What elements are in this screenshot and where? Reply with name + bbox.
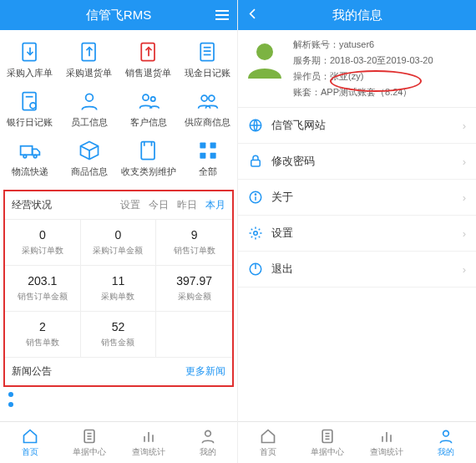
tab-stats[interactable]: 查询统计: [119, 422, 178, 463]
tab-orders[interactable]: 单据中心: [297, 422, 357, 463]
grid-item-supplier-info[interactable]: 供应商信息: [178, 84, 237, 134]
menu-label: 退出: [271, 262, 454, 277]
menu-label: 信管飞网站: [271, 118, 454, 133]
grid-label: 物流快递: [12, 165, 48, 178]
chevron-right-icon: ›: [463, 263, 466, 276]
left-header: 信管飞RMS: [0, 0, 237, 30]
grid-item-cash-journal[interactable]: 现金日记账: [178, 35, 237, 84]
svg-point-37: [256, 43, 273, 60]
status-month-link[interactable]: 本月: [205, 198, 225, 212]
stat-cell: 397.97采购金额: [156, 266, 232, 312]
grid-item-logistics[interactable]: 物流快递: [0, 134, 59, 183]
left-title: 信管飞RMS: [86, 8, 151, 23]
news-bullet: [8, 392, 13, 397]
tab-label: 首页: [260, 446, 276, 458]
svg-rect-22: [141, 142, 154, 160]
right-title: 我的信息: [332, 8, 382, 23]
tab-stats[interactable]: 查询统计: [357, 422, 417, 463]
chevron-right-icon: ›: [463, 191, 466, 204]
status-today-link[interactable]: 今日: [149, 198, 169, 212]
stat-label: 采购单数: [84, 291, 153, 303]
grid-item-product-info[interactable]: 商品信息: [59, 134, 119, 183]
tab-label: 首页: [22, 446, 38, 458]
grid-item-customer-info[interactable]: 客户信息: [119, 84, 178, 134]
tab-label: 单据中心: [73, 446, 106, 458]
stat-value: 397.97: [160, 274, 229, 287]
grid-item-purchase-in[interactable]: 采购入库单: [0, 35, 59, 84]
svg-rect-39: [251, 160, 261, 167]
profile-block: 解析账号：yatuser6 服务期：2018-03-20至2019-03-20 …: [238, 30, 476, 107]
news-more-link[interactable]: 更多新闻: [185, 364, 225, 379]
grid-label: 员工信息: [71, 116, 108, 129]
svg-rect-10: [23, 93, 36, 110]
svg-point-19: [23, 155, 27, 158]
grid-label: 收支类别维护: [121, 165, 176, 178]
stat-cell: 0采购订单金额: [81, 220, 157, 266]
stat-value: 9: [160, 228, 229, 242]
svg-point-13: [85, 94, 93, 101]
svg-rect-18: [20, 146, 32, 155]
tab-orders[interactable]: 单据中心: [59, 422, 119, 463]
svg-rect-28: [210, 153, 215, 159]
menu-item-change-password[interactable]: 修改密码›: [238, 144, 476, 180]
menu-item-website[interactable]: 信管飞网站›: [238, 108, 476, 144]
stat-value: 52: [84, 320, 153, 333]
stat-label: 销售订单数: [160, 245, 229, 257]
stat-label: 采购订单数: [8, 245, 77, 257]
stat-label: 销售单数: [8, 337, 77, 349]
menu-item-about[interactable]: 关于›: [238, 180, 476, 216]
stat-value: 203.1: [8, 274, 77, 287]
stat-cell: 203.1销售订单金额: [5, 266, 81, 312]
stat-cell: [156, 312, 232, 358]
chevron-right-icon: ›: [463, 155, 466, 168]
grid-label: 采购退货单: [66, 67, 112, 79]
grid-item-category-maint[interactable]: 收支类别维护: [119, 134, 178, 183]
svg-point-42: [255, 194, 256, 195]
tab-mine[interactable]: 我的: [417, 422, 476, 463]
svg-point-14: [143, 94, 149, 100]
tab-label: 单据中心: [311, 446, 344, 458]
book-line: 账套：APP测试账套（8.24）: [293, 86, 469, 99]
tab-label: 查询统计: [370, 446, 403, 458]
tab-home[interactable]: 首页: [0, 422, 59, 463]
grid-label: 采购入库单: [7, 67, 53, 79]
stat-cell: 0采购订单数: [5, 220, 81, 266]
status-title: 经营状况: [12, 198, 112, 212]
grid-item-sales-return[interactable]: 销售退货单: [119, 35, 178, 84]
right-header: 我的信息: [238, 0, 476, 30]
tab-label: 我的: [200, 446, 216, 458]
status-settings-link[interactable]: 设置: [120, 198, 140, 212]
tab-label: 查询统计: [132, 446, 165, 458]
grid-item-purchase-return[interactable]: 采购退货单: [59, 35, 119, 84]
stat-value: 0: [84, 228, 153, 242]
grid-item-bank-journal[interactable]: 银行日记账: [0, 84, 59, 134]
menu-item-settings[interactable]: 设置›: [238, 216, 476, 252]
grid-item-all[interactable]: 全部: [178, 134, 237, 183]
svg-point-17: [208, 95, 214, 101]
menu-icon[interactable]: [215, 10, 229, 20]
svg-point-43: [254, 232, 258, 236]
grid-label: 商品信息: [71, 165, 108, 178]
tab-label: 我的: [438, 446, 454, 458]
svg-rect-25: [200, 142, 205, 148]
menu-label: 设置: [271, 226, 454, 241]
stat-value: 0: [8, 228, 77, 242]
avatar-icon: [245, 38, 285, 79]
tab-home[interactable]: 首页: [238, 422, 297, 463]
svg-point-20: [33, 155, 37, 158]
stat-cell: 2销售单数: [5, 312, 81, 358]
grid-label: 银行日记账: [7, 116, 53, 129]
back-icon[interactable]: [246, 8, 260, 23]
stat-cell: 9销售订单数: [156, 220, 232, 266]
svg-point-11: [30, 103, 36, 109]
stat-label: 销售金额: [84, 337, 153, 349]
status-yesterday-link[interactable]: 昨日: [177, 198, 197, 212]
stat-value: 2: [8, 320, 77, 333]
menu-label: 修改密码: [271, 154, 454, 169]
menu-item-logout[interactable]: 退出›: [238, 252, 476, 287]
grid-item-employee-info[interactable]: 员工信息: [59, 84, 119, 134]
svg-rect-26: [210, 142, 215, 148]
tab-mine[interactable]: 我的: [178, 422, 237, 463]
grid-label: 供应商信息: [185, 116, 230, 129]
account-line: 解析账号：yatuser6: [293, 38, 469, 51]
